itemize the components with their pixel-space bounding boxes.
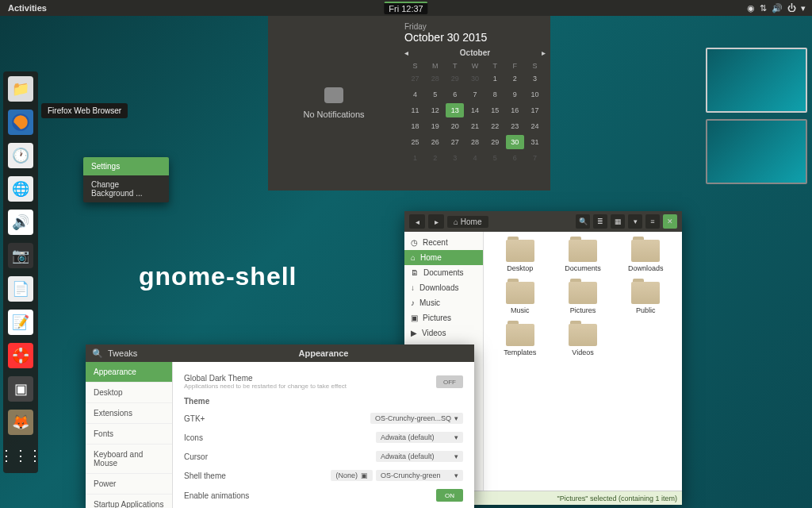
calendar-day[interactable]: 25 bbox=[406, 135, 424, 149]
dock-app-terminal[interactable]: ▣ bbox=[8, 376, 33, 402]
folder-downloads[interactable]: Downloads bbox=[618, 240, 674, 272]
calendar-day[interactable]: 5 bbox=[486, 151, 504, 165]
calendar-day[interactable]: 11 bbox=[406, 103, 424, 117]
power-icon[interactable]: ⏻ bbox=[787, 3, 796, 13]
dock-app-help[interactable]: 🛟 bbox=[8, 343, 33, 368]
folder-desktop[interactable]: Desktop bbox=[492, 240, 548, 272]
icons-combo[interactable]: Adwaita (default)▾ bbox=[376, 432, 463, 443]
gtk-combo[interactable]: OS-Crunchy-green...SQ▾ bbox=[370, 413, 463, 424]
calendar-day[interactable]: 27 bbox=[406, 71, 424, 86]
system-tray[interactable]: ◉ ⇅ 🔊 ⏻ ▾ bbox=[741, 3, 812, 13]
view-dropdown-icon[interactable]: ▾ bbox=[628, 214, 642, 229]
clock[interactable]: Fri 12:37 bbox=[384, 2, 427, 14]
folder-videos[interactable]: Videos bbox=[554, 324, 611, 356]
hamburger-icon[interactable]: ≡ bbox=[645, 214, 660, 229]
dock-app-firefox[interactable] bbox=[8, 110, 33, 135]
a11y-icon[interactable]: ◉ bbox=[747, 3, 755, 13]
activities-button[interactable]: Activities bbox=[0, 3, 55, 13]
folder-public[interactable]: Public bbox=[618, 282, 674, 314]
network-icon[interactable]: ⇅ bbox=[760, 3, 767, 13]
volume-icon[interactable]: 🔊 bbox=[772, 3, 783, 13]
calendar-day[interactable]: 24 bbox=[526, 119, 544, 133]
calendar-day[interactable]: 4 bbox=[465, 151, 484, 165]
calendar-day[interactable]: 6 bbox=[506, 151, 524, 165]
calendar-day[interactable]: 28 bbox=[465, 135, 484, 149]
calendar-day[interactable]: 26 bbox=[426, 135, 444, 149]
folder-documents[interactable]: Documents bbox=[554, 240, 611, 272]
ctx-change-background[interactable]: Change Background ... bbox=[83, 175, 169, 202]
files-sidebar-item[interactable]: ▶Videos bbox=[404, 325, 483, 341]
calendar-day[interactable]: 5 bbox=[426, 87, 444, 102]
workspace-thumbnail-1[interactable] bbox=[706, 48, 807, 113]
location-bar[interactable]: ⌂ Home bbox=[447, 216, 488, 228]
files-sidebar-item[interactable]: ⌂Home bbox=[404, 250, 483, 265]
dock-app-files[interactable]: 📁 bbox=[8, 76, 33, 102]
shell-combo[interactable]: OS-Crunchy-green▾ bbox=[376, 470, 463, 481]
calendar-day[interactable]: 12 bbox=[426, 103, 444, 117]
calendar-next-icon[interactable]: ▸ bbox=[542, 48, 546, 57]
calendar-day[interactable]: 3 bbox=[446, 151, 464, 165]
files-sidebar-item[interactable]: ♪Music bbox=[404, 295, 483, 310]
calendar-day[interactable]: 1 bbox=[486, 71, 504, 86]
calendar-day[interactable]: 4 bbox=[406, 87, 424, 102]
calendar-day[interactable]: 30 bbox=[465, 71, 484, 86]
files-sidebar-item[interactable]: ◷Recent bbox=[404, 235, 483, 250]
calendar-day[interactable]: 30 bbox=[506, 135, 524, 149]
chevron-down-icon[interactable]: ▾ bbox=[801, 3, 806, 13]
calendar-day[interactable]: 16 bbox=[506, 103, 524, 117]
calendar-day[interactable]: 23 bbox=[506, 119, 524, 133]
calendar-day[interactable]: 10 bbox=[526, 87, 544, 102]
calendar-day[interactable]: 2 bbox=[506, 71, 524, 86]
tweaks-sidebar-item[interactable]: Fonts bbox=[86, 424, 172, 444]
calendar-day[interactable]: 27 bbox=[446, 135, 464, 149]
view-list-icon[interactable]: ≣ bbox=[593, 214, 607, 229]
calendar-day[interactable]: 2 bbox=[426, 151, 444, 165]
calendar-grid[interactable]: SMTWTFS272829301234567891011121314151617… bbox=[404, 60, 546, 167]
calendar-day[interactable]: 28 bbox=[426, 71, 444, 86]
files-sidebar-item[interactable]: ▣Pictures bbox=[404, 310, 483, 325]
dock-show-apps[interactable]: ⋮⋮⋮ bbox=[8, 443, 33, 468]
calendar-day[interactable]: 13 bbox=[446, 103, 464, 117]
dock-app-gimp[interactable]: 🦊 bbox=[8, 410, 33, 435]
calendar-day[interactable]: 17 bbox=[526, 103, 544, 117]
view-grid-icon[interactable]: ▦ bbox=[611, 214, 625, 229]
calendar-day[interactable]: 31 bbox=[526, 135, 544, 149]
folder-templates[interactable]: Templates bbox=[492, 324, 548, 356]
back-button[interactable]: ◂ bbox=[409, 214, 425, 229]
calendar-day[interactable]: 29 bbox=[486, 135, 504, 149]
dock-app-clock[interactable]: 🕐 bbox=[8, 143, 33, 168]
close-icon[interactable]: ✕ bbox=[663, 214, 677, 229]
calendar-day[interactable]: 7 bbox=[465, 87, 484, 102]
calendar-day[interactable]: 3 bbox=[526, 71, 544, 86]
calendar-day[interactable]: 22 bbox=[486, 119, 504, 133]
dock-app-web[interactable]: 🌐 bbox=[8, 176, 33, 202]
calendar-day[interactable]: 9 bbox=[506, 87, 524, 102]
files-sidebar-item[interactable]: ↓Downloads bbox=[404, 280, 483, 295]
folder-pictures[interactable]: Pictures bbox=[554, 282, 611, 314]
calendar-day[interactable]: 18 bbox=[406, 119, 424, 133]
cursor-combo[interactable]: Adwaita (default)▾ bbox=[376, 451, 463, 462]
global-dark-switch[interactable]: OFF bbox=[436, 375, 463, 388]
forward-button[interactable]: ▸ bbox=[428, 214, 444, 229]
tweaks-sidebar-item[interactable]: Desktop bbox=[86, 383, 172, 403]
dock-app-text[interactable]: 📝 bbox=[8, 310, 33, 335]
ctx-settings[interactable]: Settings bbox=[83, 157, 169, 175]
files-sidebar-item[interactable]: 🗎Documents bbox=[404, 265, 483, 280]
calendar-day[interactable]: 8 bbox=[486, 87, 504, 102]
dock-app-office[interactable]: 📄 bbox=[8, 276, 33, 302]
calendar-prev-icon[interactable]: ◂ bbox=[404, 48, 408, 57]
calendar-day[interactable]: 29 bbox=[446, 71, 464, 86]
shell-badge[interactable]: (None)▣ bbox=[331, 470, 373, 481]
folder-music[interactable]: Music bbox=[492, 282, 548, 314]
calendar-day[interactable]: 20 bbox=[446, 119, 464, 133]
tweaks-sidebar-item[interactable]: Startup Applications bbox=[86, 495, 172, 508]
workspace-thumbnail-2[interactable] bbox=[706, 119, 807, 184]
tweaks-sidebar-item[interactable]: Power bbox=[86, 474, 172, 495]
calendar-day[interactable]: 6 bbox=[446, 87, 464, 102]
search-icon[interactable]: 🔍 bbox=[92, 348, 103, 359]
tweaks-sidebar-item[interactable]: Appearance bbox=[86, 362, 172, 383]
calendar-day[interactable]: 7 bbox=[526, 151, 544, 165]
dock-app-camera[interactable]: 📷 bbox=[8, 243, 33, 268]
anim-switch[interactable]: ON bbox=[436, 489, 463, 502]
calendar-day[interactable]: 15 bbox=[486, 103, 504, 117]
